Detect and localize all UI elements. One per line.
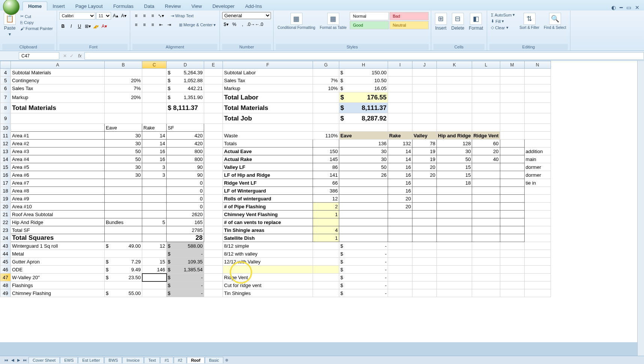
cell-E18[interactable] <box>204 187 223 195</box>
cell-H13[interactable]: 30 <box>339 147 388 155</box>
cell-J9[interactable] <box>412 113 437 124</box>
cell-K11[interactable]: Hip and Ridge <box>437 132 472 140</box>
cell-J6[interactable] <box>412 84 437 92</box>
cell-A14[interactable]: Area #4 <box>11 155 105 163</box>
sheet-tab-est-letter[interactable]: Est Letter <box>78 357 104 363</box>
cell-E43[interactable] <box>204 242 223 250</box>
cell-M48[interactable] <box>500 281 524 289</box>
cell-M5[interactable] <box>500 77 524 84</box>
font-color-button[interactable]: A▾ <box>101 23 108 30</box>
cell-J13[interactable]: 19 <box>412 147 437 155</box>
cell-N9[interactable] <box>524 113 551 124</box>
tab-pagelayout[interactable]: Page Layout <box>70 2 108 11</box>
fill-button[interactable]: ⬇ Fill ▾ <box>489 18 516 24</box>
cell-H11[interactable]: Eave <box>339 132 388 140</box>
cell-L48[interactable] <box>472 281 500 289</box>
cell-N7[interactable] <box>524 92 551 103</box>
cell-M10[interactable] <box>500 124 524 132</box>
cell-H46[interactable]: $- <box>339 266 388 274</box>
cell-I19[interactable]: 20 <box>388 195 412 203</box>
col-header-H[interactable]: H <box>339 61 388 69</box>
cell-M13[interactable] <box>500 147 524 155</box>
sheet-tab-ews[interactable]: EWS <box>60 357 78 363</box>
cell-G18[interactable]: 386 <box>313 187 339 195</box>
cell-G15[interactable]: 86 <box>313 163 339 171</box>
row-header-10[interactable]: 10 <box>0 124 11 132</box>
cell-B13[interactable]: 50 <box>105 147 142 155</box>
cell-H24[interactable] <box>339 234 388 242</box>
row-header-5[interactable]: 5 <box>0 77 11 84</box>
cell-D43[interactable]: $588.00 <box>167 242 204 250</box>
cell-L21[interactable] <box>472 211 500 218</box>
cell-F48[interactable]: Cut for ridge vent <box>223 281 313 289</box>
cell-B23[interactable] <box>105 226 142 234</box>
cell-E14[interactable] <box>204 155 223 163</box>
cell-A48[interactable]: Flashings <box>11 281 105 289</box>
cell-M21[interactable] <box>500 211 524 218</box>
cell-D44[interactable]: $- <box>167 250 204 258</box>
row-header-6[interactable]: 6 <box>0 84 11 92</box>
tab-addins[interactable]: Add-Ins <box>240 2 267 11</box>
cell-B48[interactable] <box>105 281 142 289</box>
vertical-scrollbar[interactable] <box>637 61 644 356</box>
align-right-icon[interactable]: ≡ <box>149 21 156 29</box>
cell-H20[interactable] <box>339 203 388 211</box>
cell-I13[interactable]: 14 <box>388 147 412 155</box>
cell-E19[interactable] <box>204 195 223 203</box>
cell-F11[interactable]: Waste <box>223 132 313 140</box>
find-select-button[interactable]: 🔍Find & Select <box>542 12 567 30</box>
cell-K43[interactable] <box>437 242 472 250</box>
cell-G24[interactable]: 1 <box>313 234 339 242</box>
cell-F47[interactable]: Ridge Vent <box>223 274 313 281</box>
close-icon[interactable]: ✕ <box>635 5 639 11</box>
row-header-21[interactable]: 21 <box>0 211 11 218</box>
cell-C12[interactable]: 14 <box>142 140 167 147</box>
cell-A18[interactable]: Area #8 <box>11 187 105 195</box>
shrink-font-icon[interactable]: A▾ <box>120 12 128 20</box>
cell-F7[interactable]: Total Labor <box>223 92 313 103</box>
name-box[interactable] <box>19 52 59 60</box>
tab-insert[interactable]: Insert <box>47 2 70 11</box>
cell-C49[interactable] <box>142 289 167 297</box>
cell-M43[interactable] <box>500 242 524 250</box>
col-header-M[interactable]: M <box>500 61 524 69</box>
align-center-icon[interactable]: ≡ <box>141 21 148 29</box>
cell-L43[interactable] <box>472 242 500 250</box>
formula-input[interactable] <box>84 52 644 60</box>
cell-N18[interactable] <box>524 187 551 195</box>
cell-K21[interactable] <box>437 211 472 218</box>
row-header-7[interactable]: 7 <box>0 92 11 103</box>
cell-A5[interactable]: Contingency <box>11 77 105 84</box>
cell-J14[interactable]: 19 <box>412 155 437 163</box>
cell-A11[interactable]: Area #1 <box>11 132 105 140</box>
cell-L7[interactable] <box>472 92 500 103</box>
style-normal[interactable]: Normal <box>350 12 389 20</box>
font-size-select[interactable]: 11 <box>96 12 111 20</box>
insert-cells-button[interactable]: ⊞Insert <box>433 12 448 32</box>
cell-J49[interactable] <box>412 289 437 297</box>
cell-D47[interactable]: $- <box>167 274 204 281</box>
tab-developer[interactable]: Developer <box>207 2 240 11</box>
cell-B12[interactable]: 30 <box>105 140 142 147</box>
cell-C9[interactable] <box>142 113 167 124</box>
cell-B21[interactable] <box>105 211 142 218</box>
cell-I47[interactable] <box>388 274 412 281</box>
cell-J24[interactable] <box>412 234 437 242</box>
cell-J44[interactable] <box>412 250 437 258</box>
cell-I44[interactable] <box>388 250 412 258</box>
cell-B19[interactable] <box>105 195 142 203</box>
cell-C43[interactable]: 12 <box>142 242 167 250</box>
cell-N48[interactable] <box>524 281 551 289</box>
cell-G14[interactable]: 145 <box>313 155 339 163</box>
cell-G12[interactable] <box>313 140 339 147</box>
cell-D13[interactable]: 800 <box>167 147 204 155</box>
cell-E5[interactable] <box>204 77 223 84</box>
cell-J46[interactable] <box>412 266 437 274</box>
cell-D20[interactable]: 0 <box>167 203 204 211</box>
cell-E20[interactable] <box>204 203 223 211</box>
cell-G13[interactable]: 150 <box>313 147 339 155</box>
col-header-E[interactable]: E <box>204 61 223 69</box>
cell-I16[interactable]: 16 <box>388 171 412 179</box>
format-cells-button[interactable]: ◧Format <box>467 12 485 32</box>
cell-F43[interactable]: 8/12 simple <box>223 242 313 250</box>
